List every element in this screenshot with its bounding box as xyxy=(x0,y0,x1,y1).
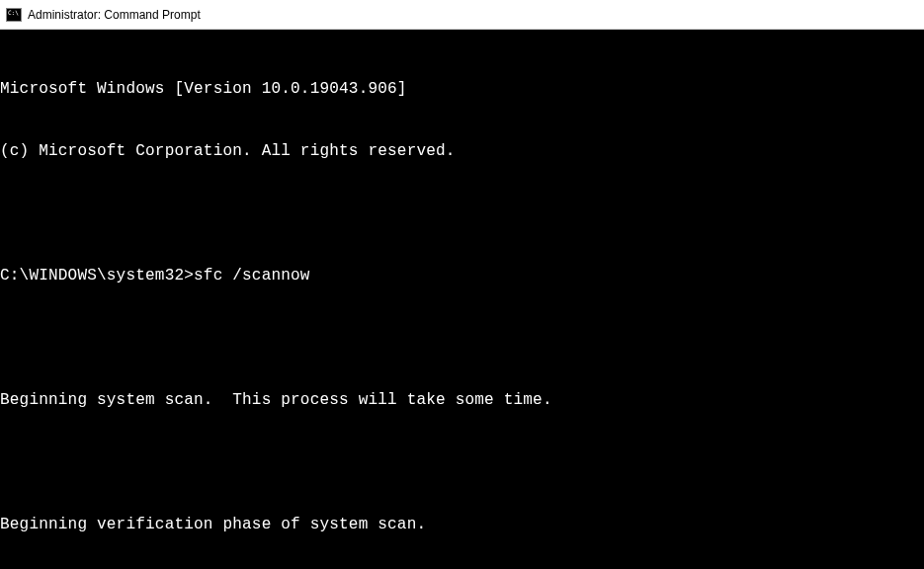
cmd-icon xyxy=(6,8,22,22)
window-titlebar[interactable]: Administrator: Command Prompt xyxy=(0,0,924,30)
window-title: Administrator: Command Prompt xyxy=(28,8,201,22)
terminal-line: (c) Microsoft Corporation. All rights re… xyxy=(0,141,924,162)
terminal-line: C:\WINDOWS\system32>sfc /scannow xyxy=(0,266,924,286)
terminal-line xyxy=(0,203,924,224)
terminal-line xyxy=(0,452,924,473)
terminal-line: Beginning system scan. This process will… xyxy=(0,390,924,411)
terminal-output-area[interactable]: Microsoft Windows [Version 10.0.19043.90… xyxy=(0,30,924,569)
terminal-line xyxy=(0,328,924,349)
terminal-line: Microsoft Windows [Version 10.0.19043.90… xyxy=(0,79,924,100)
terminal-line: Beginning verification phase of system s… xyxy=(0,515,924,535)
